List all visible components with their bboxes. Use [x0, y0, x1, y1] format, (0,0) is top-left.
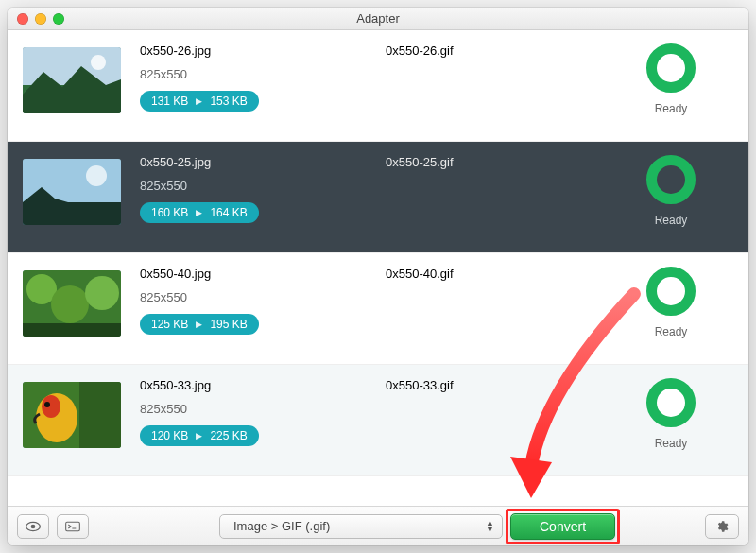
- conversion-list: 0x550-26.jpg 0x550-26.gif 825x550 131 KB…: [8, 30, 748, 506]
- status-ring-icon: [646, 43, 696, 93]
- svg-point-11: [85, 276, 119, 310]
- preview-button[interactable]: [17, 514, 49, 539]
- svg-point-7: [86, 165, 107, 186]
- svg-point-3: [91, 55, 106, 70]
- thumbnail: [23, 159, 121, 225]
- source-size: 131 KB: [151, 95, 188, 108]
- window-title: Adapter: [8, 11, 748, 26]
- dest-size: 195 KB: [210, 318, 247, 331]
- status-label: Ready: [655, 437, 688, 450]
- settings-button[interactable]: [705, 514, 739, 539]
- source-size: 120 KB: [151, 429, 188, 442]
- status-ring-icon: [646, 155, 696, 204]
- svg-rect-17: [79, 382, 121, 448]
- format-label: Image > GIF (.gif): [233, 519, 330, 533]
- list-item[interactable]: 0x550-33.jpg 0x550-33.gif 825x550 120 KB…: [8, 365, 748, 476]
- list-item[interactable]: 0x550-26.jpg 0x550-26.gif 825x550 131 KB…: [8, 30, 748, 142]
- chevron-right-icon: ▶: [196, 431, 202, 441]
- dest-size: 164 KB: [210, 206, 247, 219]
- size-pill: 160 KB ▶ 164 KB: [140, 202, 259, 223]
- stepper-icon: ▲▼: [486, 520, 494, 532]
- source-filename: 0x550-25.jpg: [140, 155, 386, 169]
- item-status: Ready: [614, 155, 728, 227]
- list-item[interactable]: 0x550-40.jpg 0x550-40.gif 825x550 125 KB…: [8, 253, 748, 365]
- size-pill: 125 KB ▶ 195 KB: [140, 314, 259, 335]
- convert-button[interactable]: Convert: [510, 513, 615, 540]
- titlebar: Adapter: [8, 8, 748, 30]
- status-ring-icon: [646, 378, 696, 427]
- chevron-right-icon: ▶: [196, 208, 202, 217]
- dest-filename: 0x550-26.gif: [386, 43, 454, 58]
- source-filename: 0x550-33.jpg: [140, 378, 386, 392]
- dest-filename: 0x550-25.gif: [386, 155, 454, 169]
- chevron-right-icon: ▶: [196, 320, 202, 329]
- source-size: 160 KB: [151, 206, 188, 219]
- item-status: Ready: [614, 43, 728, 115]
- thumbnail: [23, 47, 121, 113]
- dest-size: 153 KB: [210, 95, 247, 108]
- dest-filename: 0x550-33.gif: [386, 378, 454, 392]
- svg-rect-12: [23, 323, 121, 337]
- eye-icon: [26, 520, 41, 533]
- svg-rect-20: [66, 522, 80, 530]
- source-filename: 0x550-26.jpg: [140, 43, 386, 58]
- status-label: Ready: [655, 102, 688, 115]
- svg-point-19: [31, 524, 36, 528]
- output-format-select[interactable]: Image > GIF (.gif) ▲▼: [219, 514, 503, 539]
- terminal-icon: [65, 520, 80, 533]
- status-label: Ready: [655, 214, 688, 227]
- dest-size: 225 KB: [210, 429, 247, 442]
- source-filename: 0x550-40.jpg: [140, 267, 386, 281]
- item-status: Ready: [614, 378, 728, 450]
- item-status: Ready: [614, 267, 728, 338]
- source-size: 125 KB: [151, 318, 188, 331]
- svg-point-10: [51, 285, 89, 323]
- status-ring-icon: [646, 267, 696, 316]
- svg-point-15: [42, 395, 60, 418]
- chevron-right-icon: ▶: [196, 96, 202, 106]
- thumbnail: [23, 270, 121, 337]
- size-pill: 131 KB ▶ 153 KB: [140, 91, 259, 112]
- console-button[interactable]: [57, 514, 89, 539]
- dest-filename: 0x550-40.gif: [386, 267, 454, 281]
- gear-icon: [714, 520, 730, 533]
- list-item[interactable]: 0x550-25.jpg 0x550-25.gif 825x550 160 KB…: [8, 142, 748, 253]
- size-pill: 120 KB ▶ 225 KB: [140, 425, 259, 446]
- app-window: Adapter 0x550-26.jpg 0x550-26.gif 825x55…: [8, 8, 748, 545]
- status-label: Ready: [655, 325, 688, 338]
- bottom-toolbar: Image > GIF (.gif) ▲▼ Convert: [8, 506, 748, 545]
- svg-point-16: [44, 402, 50, 407]
- thumbnail: [23, 382, 121, 448]
